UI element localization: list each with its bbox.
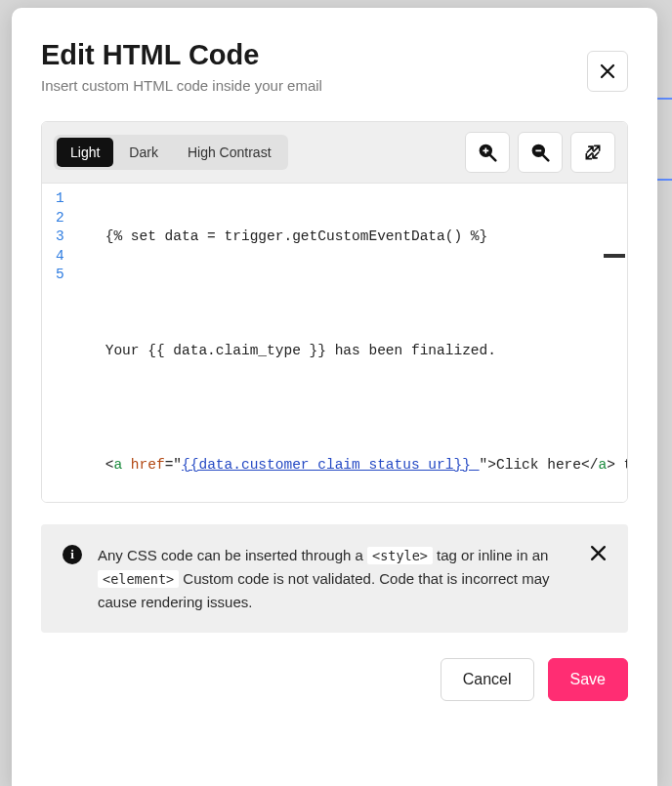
code-textarea[interactable]: 1 2 3 4 5 {% set data = trigger.getCusto… <box>42 184 627 502</box>
modal-footer: Cancel Save <box>41 658 628 701</box>
expand-icon <box>583 143 603 162</box>
theme-tab-high-contrast[interactable]: High Contrast <box>174 138 285 167</box>
code-content: {% set data = trigger.getCustomEventData… <box>82 184 627 502</box>
svg-line-5 <box>543 155 548 160</box>
info-text: Any CSS code can be inserted through a <… <box>98 544 574 613</box>
edit-html-modal: Edit HTML Code Insert custom HTML code i… <box>12 8 657 786</box>
code-line <box>82 399 627 419</box>
modal-subtitle: Insert custom HTML code inside your emai… <box>41 77 628 94</box>
code-snippet: <element> <box>98 570 179 588</box>
minimap-indicator <box>604 254 625 258</box>
zoom-out-button[interactable] <box>518 132 563 173</box>
background-accent <box>657 98 672 181</box>
line-number: 3 <box>48 228 72 247</box>
modal-header: Edit HTML Code Insert custom HTML code i… <box>41 39 628 94</box>
expand-button[interactable] <box>570 132 615 173</box>
theme-switcher: Light Dark High Contrast <box>54 135 288 170</box>
theme-tab-light[interactable]: Light <box>57 138 113 167</box>
code-line <box>82 285 627 305</box>
close-icon <box>590 545 607 561</box>
save-button[interactable]: Save <box>548 658 628 701</box>
zoom-in-button[interactable] <box>465 132 510 173</box>
line-number: 5 <box>48 266 72 285</box>
zoom-in-icon <box>478 143 497 162</box>
info-icon: i <box>63 545 82 564</box>
zoom-out-icon <box>530 143 550 162</box>
close-button[interactable] <box>587 51 628 92</box>
line-number: 4 <box>48 247 72 267</box>
code-editor: Light Dark High Contrast 1 2 3 4 5 <box>41 121 628 503</box>
code-line: {% set data = trigger.getCustomEventData… <box>82 228 627 247</box>
line-number: 2 <box>48 209 72 228</box>
editor-toolbar: Light Dark High Contrast <box>42 122 627 184</box>
code-line: Your {{ data.claim_type }} has been fina… <box>82 342 627 361</box>
code-snippet: <style> <box>367 547 433 564</box>
theme-tab-dark[interactable]: Dark <box>115 138 172 167</box>
line-number: 1 <box>48 189 72 209</box>
svg-line-1 <box>490 155 495 160</box>
line-gutter: 1 2 3 4 5 <box>42 184 82 502</box>
info-banner: i Any CSS code can be inserted through a… <box>41 524 628 633</box>
dismiss-info-button[interactable] <box>590 545 607 565</box>
cancel-button[interactable]: Cancel <box>441 658 534 701</box>
close-icon <box>600 63 615 79</box>
code-line: <a href="{{data.customer_claim_status_ur… <box>82 456 627 476</box>
modal-title: Edit HTML Code <box>41 39 628 71</box>
